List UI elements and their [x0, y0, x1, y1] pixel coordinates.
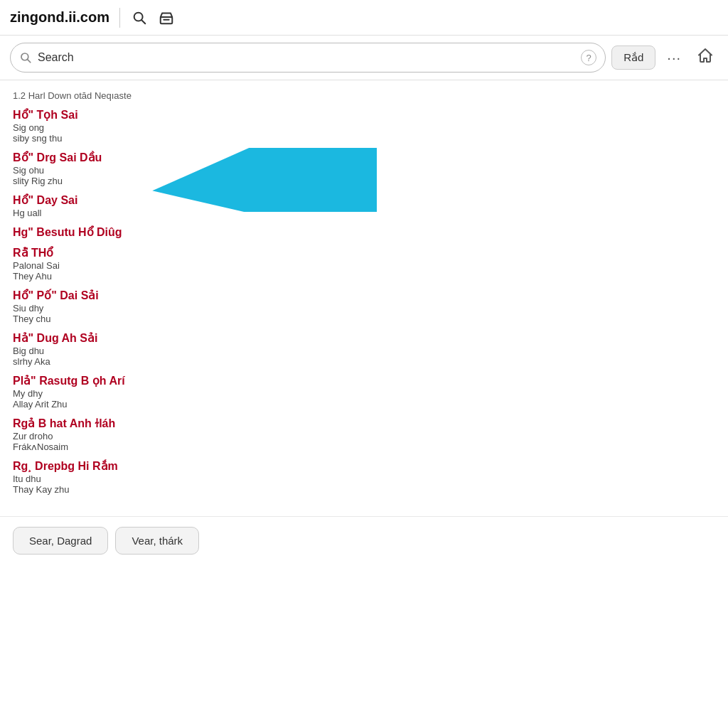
item-sub2: Thay Kay zhu: [13, 484, 715, 495]
items-container: Hổ" Tọh SaiSig ongsiby sng thuBổ" Drg Sa…: [13, 108, 715, 495]
item-sub1: Zur droho: [13, 431, 715, 441]
list-item[interactable]: Hổ" Pố" Dai SảiSiu dhyThey chu: [13, 289, 715, 324]
item-title: Hg" Besutu Hổ Diûg: [13, 225, 715, 239]
list-item[interactable]: Rgả B hat Anh ɫláhZur drohoFrákʌNosaim: [13, 417, 715, 452]
inbox-icon-button[interactable]: [154, 6, 178, 30]
item-sub1: Sig ong: [13, 122, 715, 133]
item-title: Rả̈ THổ: [13, 246, 715, 259]
item-sub1: Itu dhu: [13, 473, 715, 484]
top-bar: zingond.ii.com: [0, 0, 728, 36]
rad-button[interactable]: Rắd: [611, 46, 655, 70]
svg-line-5: [28, 60, 31, 63]
home-button[interactable]: [692, 44, 718, 71]
item-title: Rgả B hat Anh ɫláh: [13, 417, 715, 430]
item-sub1: Palonal Sai: [13, 260, 715, 271]
item-sub2: siby sng thu: [13, 133, 715, 144]
search-info-icon[interactable]: ?: [581, 50, 596, 65]
item-title: Bổ" Drg Sai Dầu: [13, 151, 715, 164]
item-title: Plả" Rasutg B ọh Arí: [13, 374, 715, 387]
item-sub1: My dhy: [13, 388, 715, 399]
search-magnify-icon: [19, 51, 32, 64]
item-sub2: They Ahu: [13, 271, 715, 282]
search-bar-row: ? Rắd ···: [0, 36, 728, 80]
item-title: Hổ" Pố" Dai Sải: [13, 289, 715, 302]
more-options-button[interactable]: ···: [661, 47, 687, 69]
list-item[interactable]: Hg" Besutu Hổ Diûg: [13, 225, 715, 239]
home-icon: [697, 47, 714, 64]
search-icon-button[interactable]: [127, 6, 151, 30]
svg-line-1: [141, 20, 145, 23]
divider: [119, 8, 120, 28]
section-label: 1.2 Harl Down otăd Neqıaste: [13, 90, 715, 101]
item-title: Rg¸ Drepbg Hi Rắm: [13, 459, 715, 473]
search-icon: [132, 10, 147, 26]
item-sub2: slity Rig zhu: [13, 176, 715, 186]
item-title: Hả" Dug Ah Sải: [13, 331, 715, 345]
item-sub2: They chu: [13, 314, 715, 324]
bottom-button-0[interactable]: Sear, Dagrad: [13, 527, 108, 555]
item-sub2: FrákʌNosaim: [13, 441, 715, 452]
list-item[interactable]: Rả̈ THổPalonal SaiThey Ahu: [13, 246, 715, 282]
list-item[interactable]: Hả" Dug Ah SảiBig dhuslrhy Aka: [13, 331, 715, 367]
list-item[interactable]: Hổ" Tọh SaiSig ongsiby sng thu: [13, 108, 715, 144]
item-sub1: Big dhu: [13, 346, 715, 356]
list-item[interactable]: Hổ" Day SaiHg uall: [13, 193, 715, 218]
bottom-buttons-row: Sear, Dagrad Vear, thárk: [0, 516, 728, 567]
item-title: Hổ" Day Sai: [13, 193, 715, 207]
list-item[interactable]: Rg¸ Drepbg Hi RắmItu dhuThay Kay zhu: [13, 459, 715, 495]
search-input[interactable]: [38, 51, 581, 64]
content-area: 1.2 Harl Down otăd Neqıaste Hổ" Tọh SaiS…: [0, 80, 728, 516]
inbox-icon: [159, 10, 174, 26]
bottom-button-1[interactable]: Vear, thárk: [115, 527, 199, 555]
search-input-wrap[interactable]: ?: [10, 43, 606, 73]
site-title: zingond.ii.com: [10, 9, 109, 26]
item-title: Hổ" Tọh Sai: [13, 108, 715, 122]
list-item[interactable]: Bổ" Drg Sai DầuSig ohuslity Rig zhu: [13, 151, 715, 186]
item-sub2: Hg uall: [13, 208, 715, 218]
item-sub1: Siu dhy: [13, 303, 715, 314]
item-sub2: Allay Arit Zhu: [13, 399, 715, 410]
list-item[interactable]: Plả" Rasutg B ọh AríMy dhyAllay Arit Zhu: [13, 374, 715, 410]
item-sub2: slrhy Aka: [13, 356, 715, 367]
item-sub1: Sig ohu: [13, 165, 715, 176]
info-label: ?: [587, 53, 592, 63]
